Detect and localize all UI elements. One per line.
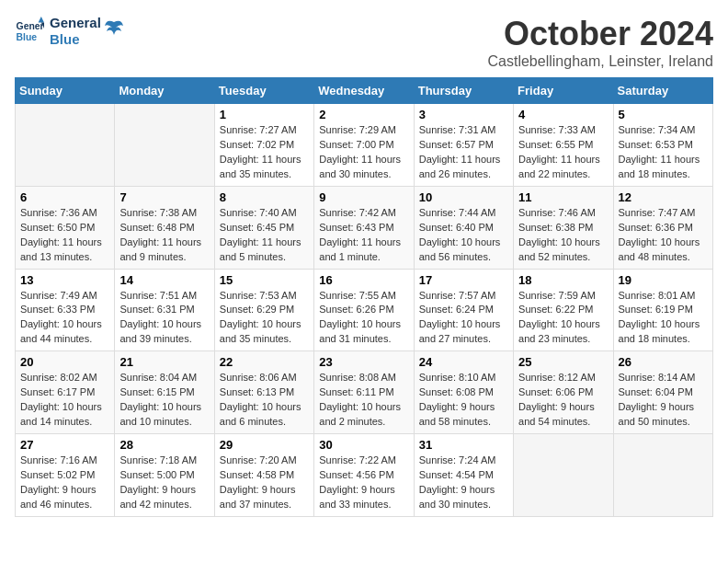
- calendar-week-1: 1Sunrise: 7:27 AM Sunset: 7:02 PM Daylig…: [16, 104, 713, 187]
- day-number: 11: [518, 190, 608, 204]
- day-info: Sunrise: 8:10 AM Sunset: 6:08 PM Dayligh…: [419, 371, 508, 430]
- day-number: 29: [220, 438, 309, 452]
- day-info: Sunrise: 7:55 AM Sunset: 6:26 PM Dayligh…: [319, 289, 408, 348]
- calendar-cell: 13Sunrise: 7:49 AM Sunset: 6:33 PM Dayli…: [16, 269, 115, 351]
- page-header: General Blue General Blue October 2024 C…: [15, 15, 713, 70]
- day-info: Sunrise: 7:36 AM Sunset: 6:50 PM Dayligh…: [20, 206, 109, 265]
- day-info: Sunrise: 7:57 AM Sunset: 6:24 PM Dayligh…: [419, 289, 508, 348]
- day-number: 22: [220, 355, 309, 369]
- day-info: Sunrise: 7:47 AM Sunset: 6:36 PM Dayligh…: [619, 206, 708, 265]
- calendar-cell: 10Sunrise: 7:44 AM Sunset: 6:40 PM Dayli…: [414, 186, 513, 269]
- calendar-cell: 1Sunrise: 7:27 AM Sunset: 7:02 PM Daylig…: [214, 104, 313, 187]
- calendar-cell: 25Sunrise: 8:12 AM Sunset: 6:06 PM Dayli…: [514, 351, 613, 434]
- day-number: 12: [619, 190, 708, 204]
- day-number: 1: [220, 108, 309, 121]
- calendar-cell: 6Sunrise: 7:36 AM Sunset: 6:50 PM Daylig…: [16, 186, 115, 269]
- calendar-cell: 14Sunrise: 7:51 AM Sunset: 6:31 PM Dayli…: [115, 269, 214, 351]
- logo-general: General: [50, 15, 101, 31]
- calendar-header: SundayMondayTuesdayWednesdayThursdayFrid…: [16, 78, 713, 104]
- day-number: 7: [119, 190, 209, 204]
- calendar-cell: 8Sunrise: 7:40 AM Sunset: 6:45 PM Daylig…: [214, 186, 313, 269]
- day-info: Sunrise: 7:16 AM Sunset: 5:02 PM Dayligh…: [20, 454, 109, 512]
- calendar-week-4: 20Sunrise: 8:02 AM Sunset: 6:17 PM Dayli…: [16, 351, 713, 434]
- day-number: 8: [220, 190, 309, 204]
- day-info: Sunrise: 7:20 AM Sunset: 4:58 PM Dayligh…: [220, 454, 309, 512]
- day-info: Sunrise: 8:02 AM Sunset: 6:17 PM Dayligh…: [20, 371, 109, 430]
- day-number: 20: [20, 355, 109, 369]
- day-number: 23: [319, 355, 408, 369]
- day-number: 15: [220, 273, 309, 287]
- calendar-week-2: 6Sunrise: 7:36 AM Sunset: 6:50 PM Daylig…: [16, 186, 713, 269]
- calendar-cell: 21Sunrise: 8:04 AM Sunset: 6:15 PM Dayli…: [115, 351, 214, 434]
- day-number: 10: [419, 190, 508, 204]
- day-number: 25: [518, 355, 608, 369]
- day-info: Sunrise: 7:24 AM Sunset: 4:54 PM Dayligh…: [419, 454, 508, 512]
- weekday-header-row: SundayMondayTuesdayWednesdayThursdayFrid…: [16, 78, 713, 104]
- calendar-cell: 2Sunrise: 7:29 AM Sunset: 7:00 PM Daylig…: [314, 104, 414, 187]
- day-info: Sunrise: 7:38 AM Sunset: 6:48 PM Dayligh…: [119, 206, 209, 265]
- calendar-cell: 20Sunrise: 8:02 AM Sunset: 6:17 PM Dayli…: [16, 351, 115, 434]
- weekday-header-tuesday: Tuesday: [214, 78, 313, 104]
- day-info: Sunrise: 8:01 AM Sunset: 6:19 PM Dayligh…: [619, 289, 708, 348]
- weekday-header-saturday: Saturday: [613, 78, 712, 104]
- day-number: 14: [119, 273, 209, 287]
- calendar-table: SundayMondayTuesdayWednesdayThursdayFrid…: [15, 77, 713, 517]
- day-number: 9: [319, 190, 408, 204]
- calendar-cell: 12Sunrise: 7:47 AM Sunset: 6:36 PM Dayli…: [613, 186, 712, 269]
- day-info: Sunrise: 8:12 AM Sunset: 6:06 PM Dayligh…: [518, 371, 608, 430]
- day-number: 2: [319, 108, 408, 121]
- day-info: Sunrise: 7:59 AM Sunset: 6:22 PM Dayligh…: [518, 289, 608, 348]
- day-info: Sunrise: 7:51 AM Sunset: 6:31 PM Dayligh…: [119, 289, 209, 348]
- day-info: Sunrise: 8:08 AM Sunset: 6:11 PM Dayligh…: [319, 371, 408, 430]
- day-number: 31: [419, 438, 508, 452]
- calendar-cell: 7Sunrise: 7:38 AM Sunset: 6:48 PM Daylig…: [115, 186, 214, 269]
- calendar-cell: [613, 434, 712, 517]
- day-number: 3: [419, 108, 508, 121]
- day-info: Sunrise: 8:06 AM Sunset: 6:13 PM Dayligh…: [220, 371, 309, 430]
- calendar-cell: 19Sunrise: 8:01 AM Sunset: 6:19 PM Dayli…: [613, 269, 712, 351]
- calendar-cell: 5Sunrise: 7:34 AM Sunset: 6:53 PM Daylig…: [613, 104, 712, 187]
- day-number: 17: [419, 273, 508, 287]
- calendar-cell: 28Sunrise: 7:18 AM Sunset: 5:00 PM Dayli…: [115, 434, 214, 517]
- day-info: Sunrise: 7:44 AM Sunset: 6:40 PM Dayligh…: [419, 206, 508, 265]
- day-info: Sunrise: 7:49 AM Sunset: 6:33 PM Dayligh…: [20, 289, 109, 348]
- day-number: 28: [119, 438, 209, 452]
- day-number: 6: [20, 190, 109, 204]
- weekday-header-sunday: Sunday: [16, 78, 115, 104]
- calendar-cell: 17Sunrise: 7:57 AM Sunset: 6:24 PM Dayli…: [414, 269, 513, 351]
- day-info: Sunrise: 7:42 AM Sunset: 6:43 PM Dayligh…: [319, 206, 408, 265]
- calendar-cell: 9Sunrise: 7:42 AM Sunset: 6:43 PM Daylig…: [314, 186, 414, 269]
- title-area: October 2024 Castlebellingham, Leinster,…: [488, 15, 713, 70]
- calendar-cell: 22Sunrise: 8:06 AM Sunset: 6:13 PM Dayli…: [214, 351, 313, 434]
- calendar-cell: 18Sunrise: 7:59 AM Sunset: 6:22 PM Dayli…: [514, 269, 613, 351]
- calendar-cell: 26Sunrise: 8:14 AM Sunset: 6:04 PM Dayli…: [613, 351, 712, 434]
- logo-icon: General Blue: [15, 17, 44, 46]
- calendar-cell: 16Sunrise: 7:55 AM Sunset: 6:26 PM Dayli…: [314, 269, 414, 351]
- day-number: 21: [119, 355, 209, 369]
- weekday-header-wednesday: Wednesday: [314, 78, 414, 104]
- day-info: Sunrise: 7:46 AM Sunset: 6:38 PM Dayligh…: [518, 206, 608, 265]
- calendar-cell: 4Sunrise: 7:33 AM Sunset: 6:55 PM Daylig…: [514, 104, 613, 187]
- day-number: 27: [20, 438, 109, 452]
- calendar-cell: 11Sunrise: 7:46 AM Sunset: 6:38 PM Dayli…: [514, 186, 613, 269]
- day-number: 24: [419, 355, 508, 369]
- day-info: Sunrise: 7:29 AM Sunset: 7:00 PM Dayligh…: [319, 123, 408, 182]
- day-number: 30: [319, 438, 408, 452]
- day-number: 26: [619, 355, 708, 369]
- weekday-header-friday: Friday: [514, 78, 613, 104]
- month-title: October 2024: [488, 15, 713, 53]
- day-info: Sunrise: 7:27 AM Sunset: 7:02 PM Dayligh…: [220, 123, 309, 182]
- weekday-header-thursday: Thursday: [414, 78, 513, 104]
- day-number: 18: [518, 273, 608, 287]
- day-info: Sunrise: 7:31 AM Sunset: 6:57 PM Dayligh…: [419, 123, 508, 182]
- calendar-cell: 30Sunrise: 7:22 AM Sunset: 4:56 PM Dayli…: [314, 434, 414, 517]
- day-number: 16: [319, 273, 408, 287]
- logo-bird-icon: [105, 18, 123, 44]
- logo-blue: Blue: [50, 31, 101, 48]
- day-info: Sunrise: 7:40 AM Sunset: 6:45 PM Dayligh…: [220, 206, 309, 265]
- day-info: Sunrise: 7:33 AM Sunset: 6:55 PM Dayligh…: [518, 123, 608, 182]
- calendar-cell: [514, 434, 613, 517]
- calendar-cell: [16, 104, 115, 187]
- calendar-cell: 27Sunrise: 7:16 AM Sunset: 5:02 PM Dayli…: [16, 434, 115, 517]
- day-info: Sunrise: 7:18 AM Sunset: 5:00 PM Dayligh…: [119, 454, 209, 512]
